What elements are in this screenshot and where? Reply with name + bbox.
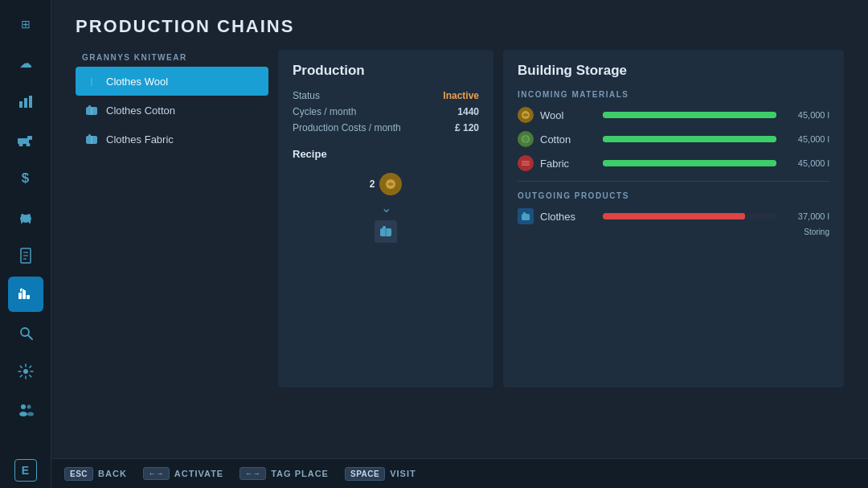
storage-panel: Building Storage INCOMING MATERIALS Wool… (503, 50, 844, 388)
clothes-amount: 37,000 l (783, 211, 829, 221)
svg-rect-39 (383, 226, 386, 230)
fabric-bar (603, 160, 776, 166)
clothes-name: Clothes (540, 211, 596, 223)
chain-group-label: GRANNYS KNITWEAR (76, 50, 268, 67)
chain-item-cotton-label: Clothes Cotton (106, 105, 175, 117)
activate-key[interactable]: ←→ (143, 467, 170, 480)
storage-row-wool: Wool 45,000 l (518, 107, 829, 123)
fabric-bar-container (603, 160, 776, 166)
clothes-status: Storing (518, 228, 829, 236)
clothes-icon (518, 208, 534, 224)
cotton-icon (518, 131, 534, 147)
svg-point-23 (23, 369, 28, 374)
recipe-label: Recipe (293, 148, 479, 160)
svg-rect-6 (27, 136, 32, 140)
panels: GRANNYS KNITWEAR Clothes Wool Clothes Co… (76, 50, 844, 388)
hotkey-back: ESC BACK (64, 467, 127, 481)
sidebar-item-overview[interactable]: ⊞ (8, 6, 43, 42)
svg-rect-32 (88, 105, 91, 109)
svg-rect-11 (29, 220, 31, 223)
storage-row-fabric: Fabric 45,000 l (518, 155, 829, 171)
svg-rect-29 (88, 76, 91, 80)
recipe-arrow: ⌄ (381, 200, 391, 215)
sidebar-item-search[interactable] (8, 315, 43, 351)
hotkey-tag-place: ←→ TAG PLACE (240, 467, 329, 480)
sidebar-item-chart[interactable] (8, 84, 43, 119)
status-row: Status Inactive (293, 90, 479, 101)
svg-rect-17 (23, 290, 26, 299)
cotton-bar-container (603, 136, 776, 142)
cotton-bar (603, 136, 776, 142)
cotton-name: Cotton (540, 133, 596, 146)
svg-rect-0 (19, 101, 23, 108)
svg-rect-10 (21, 220, 23, 223)
chain-item-wool[interactable]: Clothes Wool (76, 67, 268, 96)
sidebar-item-e-key[interactable]: E (14, 459, 37, 482)
chain-item-cotton[interactable]: Clothes Cotton (76, 96, 268, 125)
fabric-name: Fabric (540, 158, 596, 170)
activate-label: ACTIVATE (174, 469, 223, 478)
sidebar-item-people[interactable] (8, 392, 43, 428)
chain-panel: GRANNYS KNITWEAR Clothes Wool Clothes Co… (76, 50, 268, 371)
svg-line-22 (28, 335, 32, 339)
production-title: Production (293, 63, 479, 79)
wool-name: Wool (540, 109, 596, 121)
status-label: Status (293, 90, 320, 101)
clothes-bar (603, 213, 745, 219)
back-label: BACK (98, 469, 127, 478)
sidebar-item-finance[interactable]: $ (8, 161, 43, 196)
svg-point-27 (27, 412, 34, 416)
production-panel: Production Status Inactive Cycles / mont… (278, 50, 493, 388)
storage-row-cotton: Cotton 45,000 l (518, 131, 829, 147)
sidebar-item-production[interactable] (8, 277, 43, 312)
svg-rect-43 (522, 161, 530, 166)
fabric-icon (518, 155, 534, 171)
recipe-qty: 2 (370, 178, 375, 190)
sidebar-item-weather[interactable]: ☁ (8, 45, 43, 80)
tag-place-key[interactable]: ←→ (240, 467, 266, 480)
svg-rect-2 (29, 96, 32, 108)
sidebar-item-settings[interactable] (8, 354, 43, 389)
cycles-row: Cycles / month 1440 (293, 106, 479, 117)
svg-rect-35 (88, 134, 91, 137)
cycles-value: 1440 (457, 106, 479, 117)
hotkey-activate: ←→ ACTIVATE (143, 467, 223, 480)
wool-amount: 45,000 l (783, 110, 829, 120)
clothes-bar-container (603, 213, 776, 219)
svg-point-8 (21, 214, 24, 217)
storage-title: Building Storage (518, 63, 829, 79)
esc-key[interactable]: ESC (64, 467, 93, 481)
chain-item-wool-label: Clothes Wool (106, 76, 168, 88)
cycles-label: Cycles / month (293, 106, 356, 117)
sidebar-item-book[interactable] (8, 238, 43, 273)
hotkey-visit: SPACE VISIT (345, 467, 416, 481)
tag-place-label: TAG PLACE (271, 469, 329, 478)
chain-item-fabric[interactable]: Clothes Fabric (76, 125, 268, 154)
clothes-cotton-icon (84, 102, 100, 118)
costs-label: Production Costs / month (293, 122, 401, 133)
sidebar-item-vehicle[interactable] (8, 122, 43, 158)
svg-rect-46 (522, 214, 530, 220)
chain-item-fabric-label: Clothes Fabric (106, 133, 174, 146)
wool-bar-container (603, 112, 776, 118)
recipe-area: 2 ⌄ (293, 173, 479, 243)
bottom-bar: ESC BACK ←→ ACTIVATE ←→ TAG PLACE SPACE … (51, 458, 868, 488)
sidebar-item-animal[interactable] (8, 199, 43, 235)
costs-value: £ 120 (455, 122, 479, 133)
svg-point-9 (27, 214, 31, 217)
svg-rect-47 (523, 212, 526, 215)
svg-rect-18 (27, 295, 30, 299)
incoming-label: INCOMING MATERIALS (518, 90, 829, 99)
storage-row-clothes: Clothes 37,000 l (518, 208, 829, 224)
recipe-wool-icon (379, 173, 402, 195)
svg-point-25 (19, 412, 27, 416)
storage-divider (518, 181, 829, 182)
sidebar: ⊞ ☁ $ E (0, 0, 51, 488)
visit-label: VISIT (390, 469, 416, 478)
svg-rect-1 (24, 98, 27, 108)
clothes-fabric-icon (84, 131, 100, 147)
svg-point-24 (21, 404, 26, 409)
space-key[interactable]: SPACE (345, 467, 385, 481)
main-content: PRODUCTION CHAINS GRANNYS KNITWEAR Cloth… (51, 0, 868, 458)
status-value: Inactive (443, 90, 479, 101)
